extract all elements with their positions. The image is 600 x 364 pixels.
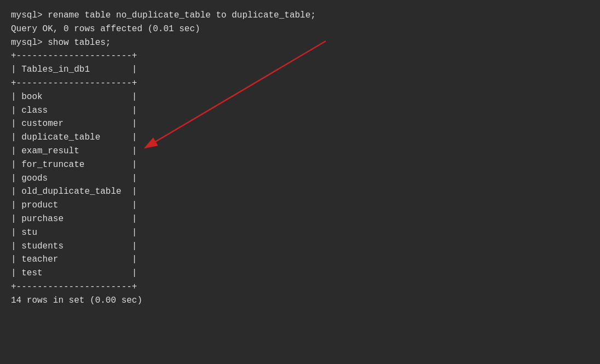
terminal-output: mysql> rename table no_duplicate_table t… xyxy=(11,9,589,308)
terminal-line: mysql> show tables; xyxy=(11,36,589,50)
terminal-line: | class | xyxy=(11,104,589,118)
terminal-line: 14 rows in set (0.00 sec) xyxy=(11,294,589,308)
terminal-line: +----------------------+ xyxy=(11,280,589,294)
terminal-line: | old_duplicate_table | xyxy=(11,185,589,199)
terminal-line: | book | xyxy=(11,90,589,104)
terminal-line: +----------------------+ xyxy=(11,77,589,90)
terminal-line: | for_truncate | xyxy=(11,158,589,172)
terminal-line: | stu | xyxy=(11,226,589,240)
terminal-line: +----------------------+ xyxy=(11,49,589,63)
terminal-line: | teacher | xyxy=(11,253,589,267)
terminal-line: Query OK, 0 rows affected (0.01 sec) xyxy=(11,22,589,36)
terminal-line: | Tables_in_db1 | xyxy=(11,63,589,77)
terminal-line: | exam_result | xyxy=(11,145,589,158)
terminal-line: | duplicate_table | xyxy=(11,131,589,145)
terminal-line: | students | xyxy=(11,240,589,253)
terminal-line: | customer | xyxy=(11,117,589,131)
terminal-line: | purchase | xyxy=(11,212,589,226)
terminal-line: | test | xyxy=(11,267,589,280)
terminal-line: | goods | xyxy=(11,172,589,186)
terminal-line: | product | xyxy=(11,199,589,212)
terminal-line: mysql> rename table no_duplicate_table t… xyxy=(11,9,589,22)
